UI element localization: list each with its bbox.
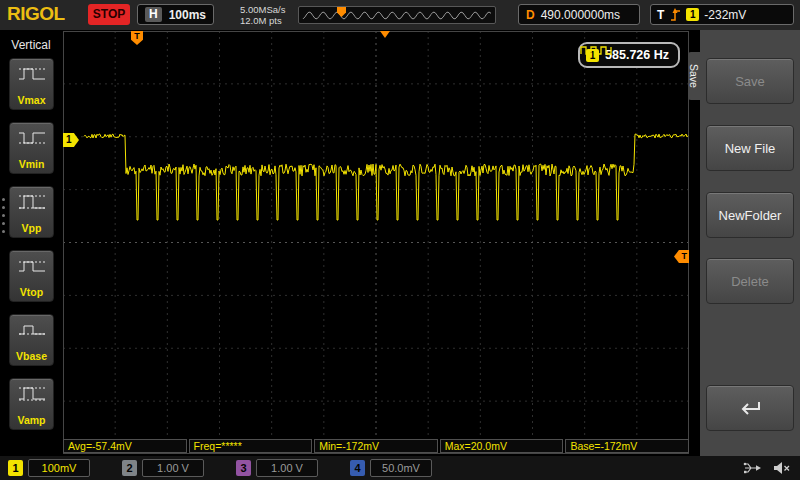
measure-button-vbase[interactable]: Vbase — [9, 314, 54, 366]
new-folder-button[interactable]: NewFolder — [706, 192, 794, 238]
run-state-badge[interactable]: STOP — [88, 4, 130, 25]
back-button[interactable] — [706, 385, 794, 431]
channel-status-bar: 1 100mV 2 1.00 V 3 1.00 V 4 50.0mV — [0, 456, 800, 480]
channel3-block[interactable]: 3 1.00 V — [236, 459, 318, 477]
channel4-badge: 4 — [350, 460, 365, 476]
measure-button-label: Vpp — [22, 222, 42, 234]
sample-rate-readout: 5.00MSa/s 12.0M pts — [240, 4, 285, 26]
trigger-readout[interactable]: T 1 -232mV — [650, 4, 794, 25]
memory-depth: 12.0M pts — [240, 15, 285, 26]
measure-button-label: Vamp — [17, 414, 45, 426]
memory-waveform-icon — [299, 7, 495, 23]
pulse-train-icon — [580, 44, 612, 56]
vtop-waveform-icon — [17, 256, 47, 276]
frequency-counter-badge: 1 585.726 Hz — [578, 42, 680, 68]
channel4-block[interactable]: 4 50.0mV — [350, 459, 432, 477]
measure-sidebar-title: Vertical — [0, 30, 62, 52]
vmin-waveform-icon — [17, 128, 47, 148]
menu-tab-save: Save — [688, 52, 700, 100]
measure-button-label: Vbase — [16, 350, 47, 362]
usb-device-icon — [742, 460, 764, 476]
channel1-badge: 1 — [8, 460, 23, 476]
save-menu-panel: Save Save New File NewFolder Delete — [700, 30, 800, 456]
waveform-display: 1 T T 1 585.726 Hz Avg=-57.4mV Freq=****… — [63, 31, 689, 454]
measurement-min: Min=-172mV — [314, 439, 438, 453]
vpp-waveform-icon — [17, 192, 47, 212]
trigger-position-icon — [380, 31, 390, 38]
horizontal-label: H — [145, 7, 162, 22]
vbase-waveform-icon — [17, 320, 47, 340]
measurement-max: Max=20.0mV — [440, 439, 564, 453]
measurement-results-bar: Avg=-57.4mV Freq=***** Min=-172mV Max=20… — [63, 439, 689, 453]
new-file-button[interactable]: New File — [706, 125, 794, 171]
horizontal-timebase[interactable]: H 100ms — [137, 4, 214, 25]
frequency-value: 585.726 Hz — [605, 48, 669, 62]
return-arrow-icon — [735, 398, 765, 418]
top-status-bar: RIGOL STOP H 100ms 5.00MSa/s 12.0M pts D… — [0, 0, 800, 31]
channel2-block[interactable]: 2 1.00 V — [122, 459, 204, 477]
measurement-avg: Avg=-57.4mV — [63, 439, 187, 453]
measure-sidebar: Vertical Vmax Vmin Vpp Vtop Vbase Vamp — [0, 30, 62, 456]
measurement-freq: Freq=***** — [189, 439, 313, 453]
delay-readout[interactable]: D 490.000000ms — [518, 4, 640, 25]
save-button[interactable]: Save — [706, 58, 794, 104]
channel2-scale: 1.00 V — [142, 459, 204, 477]
trigger-source-badge: 1 — [686, 8, 699, 21]
measure-button-label: Vtop — [20, 286, 43, 298]
delay-label: D — [526, 8, 535, 22]
delay-value: 490.000000ms — [541, 8, 620, 22]
channel3-badge: 3 — [236, 460, 251, 476]
vamp-waveform-icon — [17, 384, 47, 404]
measure-button-label: Vmax — [17, 94, 45, 106]
measure-button-vpp[interactable]: Vpp — [9, 186, 54, 238]
rigol-logo: RIGOL — [7, 3, 65, 25]
oscilloscope-screen: RIGOL STOP H 100ms 5.00MSa/s 12.0M pts D… — [0, 0, 800, 480]
memory-position-bar[interactable] — [298, 6, 496, 24]
sample-rate: 5.00MSa/s — [240, 4, 285, 15]
menu-scroll-dots — [2, 198, 5, 233]
channel1-scale: 100mV — [28, 459, 90, 477]
measurement-base: Base=-172mV — [565, 439, 689, 453]
channel1-waveform-trace — [63, 31, 689, 454]
measure-button-vmax[interactable]: Vmax — [9, 58, 54, 110]
trigger-level-value: -232mV — [704, 8, 746, 22]
trigger-label: T — [657, 8, 664, 22]
channel2-badge: 2 — [122, 460, 137, 476]
channel1-block[interactable]: 1 100mV — [8, 459, 90, 477]
vmax-waveform-icon — [17, 64, 47, 84]
measure-button-vamp[interactable]: Vamp — [9, 378, 54, 430]
channel4-scale: 50.0mV — [370, 459, 432, 477]
speaker-mute-icon — [772, 460, 792, 476]
delete-button[interactable]: Delete — [706, 258, 794, 304]
channel3-scale: 1.00 V — [256, 459, 318, 477]
timebase-value: 100ms — [169, 8, 206, 22]
measure-button-vmin[interactable]: Vmin — [9, 122, 54, 174]
measure-button-vtop[interactable]: Vtop — [9, 250, 54, 302]
trigger-edge-icon — [669, 7, 681, 22]
measure-button-label: Vmin — [19, 158, 45, 170]
